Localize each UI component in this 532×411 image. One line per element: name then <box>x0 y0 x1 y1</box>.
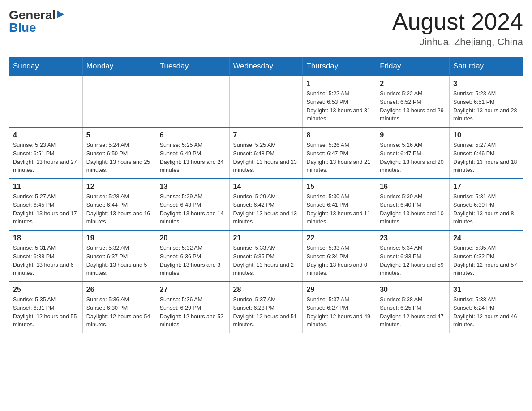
day-info: Sunrise: 5:37 AM Sunset: 6:27 PM Dayligh… <box>306 295 372 329</box>
calendar-cell: 23Sunrise: 5:34 AM Sunset: 6:33 PM Dayli… <box>376 230 450 282</box>
day-info: Sunrise: 5:23 AM Sunset: 6:51 PM Dayligh… <box>453 90 519 123</box>
day-number: 25 <box>13 286 79 294</box>
calendar-week-row: 11Sunrise: 5:27 AM Sunset: 6:45 PM Dayli… <box>9 179 523 230</box>
day-number: 15 <box>306 183 372 191</box>
location-subtitle: Jinhua, Zhejiang, China <box>392 36 523 48</box>
day-info: Sunrise: 5:34 AM Sunset: 6:33 PM Dayligh… <box>380 244 446 278</box>
header-saturday: Saturday <box>450 57 523 76</box>
calendar-cell: 31Sunrise: 5:38 AM Sunset: 6:24 PM Dayli… <box>450 282 523 333</box>
calendar-cell: 2Sunrise: 5:22 AM Sunset: 6:52 PM Daylig… <box>376 76 450 127</box>
header-tuesday: Tuesday <box>156 57 229 76</box>
day-number: 7 <box>233 131 299 139</box>
day-number: 24 <box>453 234 519 242</box>
day-number: 20 <box>160 234 226 242</box>
day-info: Sunrise: 5:38 AM Sunset: 6:25 PM Dayligh… <box>380 295 446 329</box>
calendar-week-row: 25Sunrise: 5:35 AM Sunset: 6:31 PM Dayli… <box>9 282 523 333</box>
day-info: Sunrise: 5:36 AM Sunset: 6:30 PM Dayligh… <box>86 295 152 329</box>
day-info: Sunrise: 5:36 AM Sunset: 6:29 PM Dayligh… <box>160 295 226 329</box>
day-number: 6 <box>160 131 226 139</box>
day-info: Sunrise: 5:31 AM Sunset: 6:38 PM Dayligh… <box>13 244 79 278</box>
calendar-cell: 19Sunrise: 5:32 AM Sunset: 6:37 PM Dayli… <box>82 230 156 282</box>
day-number: 13 <box>160 183 226 191</box>
day-number: 14 <box>233 183 299 191</box>
calendar-cell: 24Sunrise: 5:35 AM Sunset: 6:32 PM Dayli… <box>450 230 523 282</box>
day-info: Sunrise: 5:29 AM Sunset: 6:43 PM Dayligh… <box>160 193 226 226</box>
calendar-cell: 5Sunrise: 5:24 AM Sunset: 6:50 PM Daylig… <box>82 127 156 179</box>
day-number: 17 <box>453 183 519 191</box>
header-thursday: Thursday <box>303 57 376 76</box>
calendar-cell: 14Sunrise: 5:29 AM Sunset: 6:42 PM Dayli… <box>229 179 303 230</box>
calendar-cell: 11Sunrise: 5:27 AM Sunset: 6:45 PM Dayli… <box>9 179 83 230</box>
day-number: 28 <box>233 286 299 294</box>
day-number: 10 <box>453 131 519 139</box>
calendar-cell: 12Sunrise: 5:28 AM Sunset: 6:44 PM Dayli… <box>82 179 156 230</box>
day-info: Sunrise: 5:30 AM Sunset: 6:41 PM Dayligh… <box>306 193 372 226</box>
logo: General Blue <box>9 9 64 34</box>
logo-blue-text: Blue <box>9 21 36 34</box>
calendar-cell: 1Sunrise: 5:22 AM Sunset: 6:53 PM Daylig… <box>303 76 376 127</box>
day-number: 11 <box>13 183 79 191</box>
calendar-table: Sunday Monday Tuesday Wednesday Thursday… <box>9 57 523 333</box>
calendar-header-row: Sunday Monday Tuesday Wednesday Thursday… <box>9 57 523 76</box>
day-number: 16 <box>380 183 446 191</box>
day-number: 2 <box>380 80 446 88</box>
calendar-cell: 29Sunrise: 5:37 AM Sunset: 6:27 PM Dayli… <box>303 282 376 333</box>
page-header: General Blue August 2024 Jinhua, Zhejian… <box>9 9 523 48</box>
header-friday: Friday <box>376 57 450 76</box>
day-number: 8 <box>306 131 372 139</box>
calendar-cell: 20Sunrise: 5:32 AM Sunset: 6:36 PM Dayli… <box>156 230 229 282</box>
calendar-cell: 15Sunrise: 5:30 AM Sunset: 6:41 PM Dayli… <box>303 179 376 230</box>
calendar-cell: 30Sunrise: 5:38 AM Sunset: 6:25 PM Dayli… <box>376 282 450 333</box>
calendar-cell: 17Sunrise: 5:31 AM Sunset: 6:39 PM Dayli… <box>450 179 523 230</box>
day-number: 18 <box>13 234 79 242</box>
day-info: Sunrise: 5:27 AM Sunset: 6:46 PM Dayligh… <box>453 141 519 175</box>
title-block: August 2024 Jinhua, Zhejiang, China <box>392 9 523 48</box>
day-number: 23 <box>380 234 446 242</box>
calendar-cell: 21Sunrise: 5:33 AM Sunset: 6:35 PM Dayli… <box>229 230 303 282</box>
day-info: Sunrise: 5:35 AM Sunset: 6:32 PM Dayligh… <box>453 244 519 278</box>
day-number: 4 <box>13 131 79 139</box>
day-number: 26 <box>86 286 152 294</box>
calendar-cell: 4Sunrise: 5:23 AM Sunset: 6:51 PM Daylig… <box>9 127 83 179</box>
day-info: Sunrise: 5:25 AM Sunset: 6:48 PM Dayligh… <box>233 141 299 175</box>
calendar-cell: 18Sunrise: 5:31 AM Sunset: 6:38 PM Dayli… <box>9 230 83 282</box>
day-info: Sunrise: 5:30 AM Sunset: 6:40 PM Dayligh… <box>380 193 446 226</box>
calendar-cell: 28Sunrise: 5:37 AM Sunset: 6:28 PM Dayli… <box>229 282 303 333</box>
day-number: 21 <box>233 234 299 242</box>
day-info: Sunrise: 5:22 AM Sunset: 6:53 PM Dayligh… <box>306 90 372 123</box>
month-year-title: August 2024 <box>392 9 523 34</box>
calendar-cell: 10Sunrise: 5:27 AM Sunset: 6:46 PM Dayli… <box>450 127 523 179</box>
day-info: Sunrise: 5:37 AM Sunset: 6:28 PM Dayligh… <box>233 295 299 329</box>
day-number: 30 <box>380 286 446 294</box>
day-number: 9 <box>380 131 446 139</box>
day-info: Sunrise: 5:26 AM Sunset: 6:47 PM Dayligh… <box>306 141 372 175</box>
day-number: 19 <box>86 234 152 242</box>
calendar-cell: 25Sunrise: 5:35 AM Sunset: 6:31 PM Dayli… <box>9 282 83 333</box>
day-info: Sunrise: 5:35 AM Sunset: 6:31 PM Dayligh… <box>13 295 79 329</box>
day-info: Sunrise: 5:29 AM Sunset: 6:42 PM Dayligh… <box>233 193 299 226</box>
day-info: Sunrise: 5:33 AM Sunset: 6:35 PM Dayligh… <box>233 244 299 278</box>
day-number: 22 <box>306 234 372 242</box>
calendar-cell: 26Sunrise: 5:36 AM Sunset: 6:30 PM Dayli… <box>82 282 156 333</box>
day-info: Sunrise: 5:26 AM Sunset: 6:47 PM Dayligh… <box>380 141 446 175</box>
calendar-week-row: 4Sunrise: 5:23 AM Sunset: 6:51 PM Daylig… <box>9 127 523 179</box>
calendar-cell: 13Sunrise: 5:29 AM Sunset: 6:43 PM Dayli… <box>156 179 229 230</box>
calendar-cell <box>156 76 229 127</box>
day-info: Sunrise: 5:24 AM Sunset: 6:50 PM Dayligh… <box>86 141 152 175</box>
header-sunday: Sunday <box>9 57 83 76</box>
calendar-cell: 6Sunrise: 5:25 AM Sunset: 6:49 PM Daylig… <box>156 127 229 179</box>
day-info: Sunrise: 5:32 AM Sunset: 6:36 PM Dayligh… <box>160 244 226 278</box>
day-number: 3 <box>453 80 519 88</box>
calendar-week-row: 18Sunrise: 5:31 AM Sunset: 6:38 PM Dayli… <box>9 230 523 282</box>
day-number: 12 <box>86 183 152 191</box>
calendar-cell <box>9 76 83 127</box>
day-info: Sunrise: 5:25 AM Sunset: 6:49 PM Dayligh… <box>160 141 226 175</box>
day-number: 27 <box>160 286 226 294</box>
day-info: Sunrise: 5:27 AM Sunset: 6:45 PM Dayligh… <box>13 193 79 226</box>
header-wednesday: Wednesday <box>229 57 303 76</box>
day-number: 5 <box>86 131 152 139</box>
day-info: Sunrise: 5:38 AM Sunset: 6:24 PM Dayligh… <box>453 295 519 329</box>
calendar-cell <box>82 76 156 127</box>
day-number: 31 <box>453 286 519 294</box>
calendar-cell: 8Sunrise: 5:26 AM Sunset: 6:47 PM Daylig… <box>303 127 376 179</box>
